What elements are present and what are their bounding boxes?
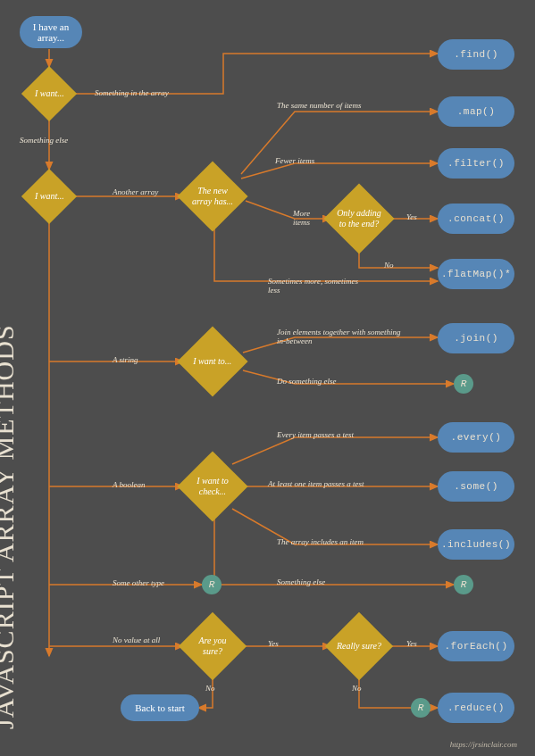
label-array-includes: The array includes an item — [277, 537, 364, 546]
node-sure1: Are you sure? — [179, 612, 247, 680]
label-do-else: Do something else — [277, 377, 337, 386]
method-filter: .filter() — [438, 148, 514, 179]
method-find: .find() — [438, 39, 514, 70]
label-same-number: The same number of items — [277, 101, 366, 110]
label-a-string: A string — [113, 355, 138, 364]
r-circle-1: R — [454, 374, 473, 394]
label-some-other: Some other type — [113, 578, 164, 587]
node-sure2: Really sure? — [325, 612, 393, 680]
method-includes: .includes() — [438, 529, 514, 560]
node-new-array: The new array has... — [177, 161, 247, 231]
footer-url: https://jrsinclair.com — [450, 740, 517, 749]
node-want1: I want... — [21, 66, 77, 121]
node-only-end: Only adding to the end? — [323, 183, 394, 253]
label-no-value: No value at all — [113, 636, 162, 644]
label-at-least: At least one item passes a test — [268, 479, 364, 488]
label-another-array: Another array — [113, 187, 162, 196]
node-check: I want to check... — [177, 451, 247, 521]
label-something-in: Something in the array — [95, 88, 169, 97]
method-reduce: .reduce() — [438, 693, 514, 723]
label-no-2: No — [205, 684, 215, 693]
label-something-else-2: Something else — [277, 577, 325, 586]
label-fewer: Fewer items — [275, 156, 314, 165]
label-no-1: No — [384, 261, 394, 270]
r-circle-2: R — [202, 575, 222, 594]
method-flatmap: .flatMap()* — [438, 259, 514, 289]
label-sometimes: Sometimes more, sometimes less — [268, 277, 366, 295]
label-join-elements: Join elements together with something in… — [277, 328, 411, 345]
node-want-to: I want to... — [177, 326, 247, 396]
method-concat: .concat() — [438, 204, 514, 234]
method-join: .join() — [438, 323, 514, 353]
method-some: .some() — [438, 471, 514, 502]
node-start: I have an array... — [20, 16, 82, 48]
method-foreach: .forEach() — [438, 631, 514, 661]
label-yes-2: Yes — [268, 639, 279, 648]
label-more: More items — [293, 209, 329, 227]
label-yes-3: Yes — [406, 639, 417, 648]
label-a-boolean: A boolean — [113, 480, 146, 489]
method-every: .every() — [438, 422, 514, 453]
label-something-else: Something else — [20, 136, 68, 145]
page-title: A CIVILISED GUIDE TO JAVASCRIPT ARRAY ME… — [0, 324, 20, 729]
method-map: .map() — [438, 96, 514, 127]
r-circle-3: R — [454, 575, 473, 594]
label-no-3: No — [352, 684, 362, 693]
label-every-passes: Every item passes a test — [277, 430, 354, 439]
label-yes-1: Yes — [406, 212, 417, 221]
r-circle-4: R — [411, 698, 431, 718]
node-back: Back to start — [121, 694, 199, 721]
node-want2: I want... — [21, 169, 77, 224]
